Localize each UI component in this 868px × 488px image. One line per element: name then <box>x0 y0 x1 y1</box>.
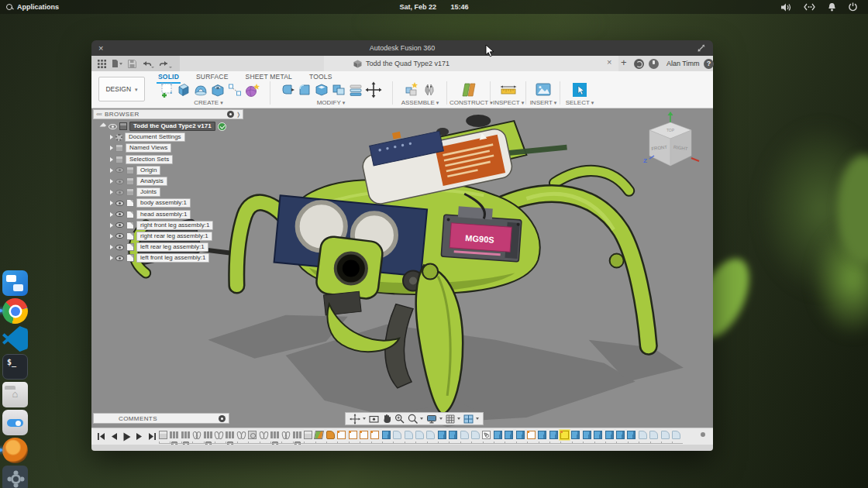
expand-all-icon[interactable] <box>100 122 108 130</box>
browser-item[interactable]: left rear leg assembly:1 <box>93 242 243 253</box>
view-cube[interactable]: TOP FRONT RIGHT Z <box>642 112 702 172</box>
expand-arrow-icon[interactable] <box>110 245 113 249</box>
visibility-eye-icon[interactable] <box>115 211 124 217</box>
combine-icon[interactable] <box>331 82 346 98</box>
visibility-eye-icon[interactable] <box>115 201 124 206</box>
extensions-icon[interactable] <box>634 59 644 69</box>
visibility-eye-icon[interactable] <box>115 222 124 228</box>
timeline-settings-gear-icon[interactable] <box>701 432 705 437</box>
timeline-feature-sketch[interactable] <box>360 431 368 439</box>
document-tab[interactable]: Todd the Quad Type2 v171 <box>324 56 618 71</box>
visibility-eye-icon[interactable] <box>115 256 124 261</box>
dock-terminal-icon[interactable] <box>2 354 28 380</box>
pan-icon[interactable] <box>382 414 391 424</box>
timeline-feature-plane[interactable] <box>314 431 324 439</box>
notifications-icon[interactable] <box>828 2 836 12</box>
timeline-feature-cube[interactable] <box>159 431 167 439</box>
expand-arrow-icon[interactable] <box>110 135 113 139</box>
visibility-eye-icon[interactable] <box>115 245 124 250</box>
timeline-feature-extrude[interactable] <box>494 431 502 439</box>
workspace-switcher[interactable]: DESIGN <box>98 77 145 101</box>
timeline-feature-comp[interactable] <box>204 431 212 438</box>
display-settings-icon[interactable] <box>426 414 437 424</box>
create-form-icon[interactable] <box>244 82 260 98</box>
timeline-feature-comp[interactable] <box>226 431 234 438</box>
dock-system-gear-icon[interactable] <box>2 466 28 488</box>
file-menu-icon[interactable] <box>112 59 122 68</box>
timeline-feature-sketch[interactable] <box>370 431 379 439</box>
timeline-feature-fillet[interactable] <box>405 431 413 439</box>
hole-icon[interactable] <box>210 82 226 98</box>
timeline-feature-fillet[interactable] <box>415 431 424 439</box>
timeline-feature-fillet[interactable] <box>661 431 670 439</box>
dock-files-icon[interactable] <box>2 382 28 407</box>
timeline-feature-extrude[interactable] <box>627 431 636 439</box>
group-label-inspect[interactable]: INSPECT <box>493 99 520 106</box>
select-tool-icon[interactable] <box>572 82 587 98</box>
timeline-feature-comp[interactable] <box>293 431 301 438</box>
fillet-icon[interactable] <box>297 82 312 98</box>
expand-arrow-icon[interactable] <box>110 168 113 173</box>
group-label-modify[interactable]: MODIFY <box>317 99 341 106</box>
create-sketch-icon[interactable] <box>158 81 174 98</box>
group-label-create[interactable]: CREATE <box>194 99 219 106</box>
dock-chrome-icon[interactable] <box>2 298 28 324</box>
dock-switchboard-icon[interactable] <box>2 410 28 435</box>
expand-arrow-icon[interactable] <box>110 256 113 260</box>
help-icon[interactable]: ? <box>704 59 714 69</box>
revolve-icon[interactable] <box>193 82 208 98</box>
press-pull-icon[interactable] <box>280 82 295 98</box>
joint-icon[interactable] <box>422 82 437 98</box>
timeline-feature-extrude[interactable] <box>594 431 602 439</box>
user-name[interactable]: Alan Timm <box>666 60 700 67</box>
chevron-down-icon[interactable] <box>363 418 366 420</box>
move-copy-icon[interactable] <box>365 81 382 98</box>
expand-arrow-icon[interactable] <box>110 223 113 228</box>
dock-multitasking-icon[interactable] <box>2 270 28 296</box>
timeline-feature-comp[interactable] <box>170 431 178 438</box>
undo-icon[interactable] <box>142 60 154 68</box>
browser-item[interactable]: left front leg assembly:1 <box>93 253 243 263</box>
panel-options-icon[interactable] <box>227 111 234 118</box>
timeline-feature-extrude[interactable] <box>505 431 513 439</box>
timeline-feature-sketch[interactable] <box>527 431 536 439</box>
viewport-canvas[interactable]: MG90S TOP FRONT RIGHT Z <box>91 108 713 428</box>
timeline-feature-link[interactable] <box>482 431 491 439</box>
expand-arrow-icon[interactable] <box>110 234 113 239</box>
redo-icon[interactable] <box>160 60 172 68</box>
comments-options-icon[interactable] <box>219 415 226 422</box>
go-to-end-icon[interactable] <box>148 432 157 441</box>
play-icon[interactable] <box>122 432 131 442</box>
timeline-feature-sketch[interactable] <box>349 431 357 439</box>
timeline-feature-fillet[interactable] <box>471 431 480 439</box>
visibility-eye-icon[interactable] <box>108 124 117 129</box>
timeline-feature-joint[interactable] <box>260 431 268 439</box>
timeline-feature-cubealt[interactable] <box>248 431 257 439</box>
timeline-feature-fillet[interactable] <box>649 431 658 439</box>
new-component-icon[interactable] <box>404 81 420 98</box>
clock[interactable]: Sat, Feb 22 15:46 <box>0 3 868 11</box>
shell-icon[interactable] <box>314 82 329 98</box>
timeline-feature-joint[interactable] <box>237 431 246 439</box>
expand-arrow-icon[interactable] <box>110 212 113 217</box>
timeline-feature-extrude[interactable] <box>605 431 614 439</box>
zoom-window-icon[interactable] <box>408 414 418 424</box>
browser-item[interactable]: Origin <box>93 165 243 176</box>
timeline-feature-extrude[interactable] <box>571 431 580 439</box>
network-icon[interactable] <box>804 3 815 11</box>
timeline-feature-fillet[interactable] <box>393 431 401 439</box>
browser-item[interactable]: right rear leg assembly:1 <box>93 231 243 242</box>
timeline-feature-cube[interactable] <box>304 431 312 439</box>
expand-arrow-icon[interactable] <box>110 179 113 184</box>
expand-arrow-icon[interactable] <box>110 146 113 150</box>
timeline-feature-comp[interactable] <box>181 431 190 438</box>
browser-item[interactable]: right front leg assembly:1 <box>93 220 243 231</box>
insert-image-icon[interactable] <box>535 82 552 97</box>
expand-arrow-icon[interactable] <box>110 201 113 205</box>
chevron-right-icon[interactable] <box>236 111 243 118</box>
browser-item[interactable]: Joints <box>93 187 243 198</box>
chevron-down-icon[interactable] <box>420 418 423 420</box>
chevron-down-icon[interactable] <box>476 418 479 420</box>
timeline-feature-extrude[interactable] <box>549 431 558 439</box>
visibility-eye-icon[interactable] <box>115 233 124 239</box>
